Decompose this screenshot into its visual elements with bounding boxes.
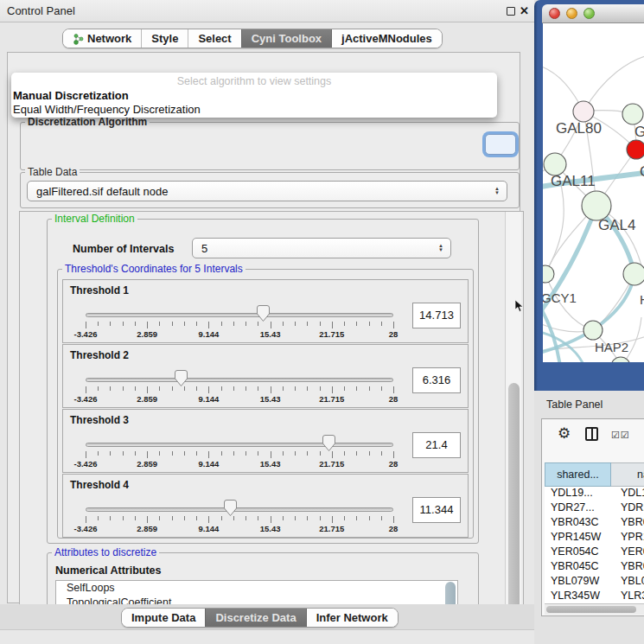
threshold-slider-thumb[interactable] <box>175 370 188 386</box>
table-row[interactable]: YDR27...YDR2 <box>545 501 644 516</box>
table-row[interactable]: YBR045CYBR0 <box>545 560 644 575</box>
tab-select[interactable]: Select <box>188 29 240 48</box>
threshold-slider-thumb[interactable] <box>257 305 270 322</box>
major-tick <box>271 451 271 458</box>
network-node-gal4[interactable] <box>582 191 611 220</box>
threshold-slider-thumb[interactable] <box>224 500 237 516</box>
algorithm-popup-item[interactable]: Manual Discretization <box>13 89 129 102</box>
network-node-gcy1[interactable] <box>543 265 554 283</box>
tick-label: 21.715 <box>319 394 344 404</box>
slider-tick-labels: -3.4262.8599.14415.4321.71528 <box>86 329 393 340</box>
table-row[interactable]: YDL19...YDL1 <box>545 487 644 501</box>
split-columns-icon[interactable] <box>585 427 598 441</box>
attributes-group-label: Attributes to discretize <box>52 547 159 558</box>
major-tick <box>271 322 271 328</box>
algorithm-popup-item[interactable]: Equal Width/Frequency Discretization <box>13 103 201 116</box>
panel-title: Control Panel <box>7 4 75 17</box>
tick-label: 28 <box>389 524 399 533</box>
tab-style[interactable]: Style <box>141 29 188 48</box>
threshold-slider-track[interactable] <box>86 378 393 382</box>
minor-tick <box>221 322 222 326</box>
tab-jactivemnodules[interactable]: jActiveMNodules <box>331 29 442 48</box>
number-of-intervals-value: 5 <box>201 242 207 255</box>
node-label-gal80: GAL80 <box>556 120 602 137</box>
major-tick <box>393 516 394 523</box>
table-data-combobox[interactable]: galFiltered.sif default node ▲▼ <box>27 181 507 201</box>
threshold-value-field[interactable]: 11.344 <box>412 497 461 523</box>
minor-tick <box>221 516 222 520</box>
mac-close-button[interactable] <box>549 8 560 19</box>
minor-tick <box>172 451 173 456</box>
network-node-hap2[interactable] <box>583 321 603 340</box>
slider-tick-labels: -3.4262.8599.14415.4321.71528 <box>86 394 393 405</box>
threshold-value-field[interactable]: 14.713 <box>412 303 461 328</box>
tick-label: -3.426 <box>74 394 98 404</box>
tab-label: Cyni Toolbox <box>252 32 322 45</box>
tab-infer-network[interactable]: Infer Network <box>306 609 398 627</box>
algorithm-popup: Select algorithm to view settings Manual… <box>11 73 497 118</box>
minor-tick <box>184 516 185 520</box>
control-panel-titlebar: Control Panel ✕ <box>0 0 534 22</box>
table-hscrollbar-thumb[interactable] <box>546 606 636 613</box>
slider-tick-labels: -3.4262.8599.14415.4321.71528 <box>86 459 393 469</box>
tab-cyni-toolbox[interactable]: Cyni Toolbox <box>241 29 331 48</box>
gear-icon[interactable]: ⚙ <box>558 424 571 443</box>
tick-label: 15.43 <box>260 394 281 404</box>
mac-zoom-button[interactable] <box>583 8 595 19</box>
minor-tick <box>245 451 246 456</box>
tick-label: 28 <box>389 394 399 404</box>
column-header-name[interactable]: na <box>611 462 644 487</box>
minor-tick <box>369 451 370 456</box>
minor-tick <box>245 322 246 326</box>
tab-network[interactable]: Network <box>63 29 141 48</box>
table-hscrollbar-track[interactable] <box>545 603 644 615</box>
threshold-value-field[interactable]: 21.4 <box>412 432 461 458</box>
algorithm-combobox[interactable] <box>485 134 516 155</box>
cell-name: YBR0 <box>611 516 644 531</box>
attribute-item[interactable]: SelfLoops <box>56 581 457 596</box>
network-canvas[interactable]: GAL80GACGAL11GAL4GCY1HHAP2 <box>543 23 644 362</box>
threshold-slider-track[interactable] <box>86 507 393 512</box>
column-header-shared-name[interactable]: shared... <box>545 462 611 487</box>
minor-tick <box>283 386 284 391</box>
minor-tick <box>245 516 246 520</box>
minor-tick <box>159 516 160 520</box>
checkbox-icons[interactable]: ☑☑ <box>611 430 630 441</box>
table-row[interactable]: YBR043CYBR0 <box>545 516 644 531</box>
settings-scrollbar-track[interactable] <box>505 212 521 644</box>
float-window-icon[interactable] <box>507 7 515 16</box>
minor-tick <box>123 322 124 326</box>
major-tick <box>271 386 271 393</box>
minor-tick <box>258 516 258 520</box>
major-tick <box>208 322 209 328</box>
major-tick <box>393 322 394 328</box>
network-node-h-node[interactable] <box>623 263 644 285</box>
mac-minimize-button[interactable] <box>566 8 577 19</box>
table-row[interactable]: YBL079WYBL0 <box>545 575 644 590</box>
threshold-slider-track[interactable] <box>86 313 393 317</box>
number-of-intervals-combobox[interactable]: 5 ▲▼ <box>192 238 451 258</box>
minor-tick <box>344 516 345 520</box>
network-node-gal80[interactable] <box>573 101 594 122</box>
tick-label: 15.43 <box>260 524 281 533</box>
threshold-slider-thumb[interactable] <box>322 435 335 451</box>
minor-tick <box>159 451 160 456</box>
minor-tick <box>369 386 370 391</box>
table-row[interactable]: YER054CYER0 <box>545 545 644 560</box>
threshold-slider-track[interactable] <box>86 443 393 447</box>
minor-tick <box>110 451 111 456</box>
table-row[interactable]: YPR145WYPR1 <box>545 531 644 545</box>
minor-tick <box>320 516 321 520</box>
tab-discretize-data[interactable]: Discretize Data <box>205 609 305 627</box>
table-row[interactable]: YLR345WYLR3 <box>545 590 644 603</box>
minor-tick <box>283 322 284 326</box>
close-icon[interactable]: ✕ <box>520 4 529 17</box>
tab-impute-data[interactable]: Impute Data <box>122 609 205 627</box>
network-node-ga-node[interactable] <box>622 104 643 124</box>
network-node-red-node[interactable] <box>627 140 644 159</box>
threshold-value-field[interactable]: 6.316 <box>412 367 461 393</box>
slider-ticks <box>86 386 393 394</box>
tick-label: -3.426 <box>74 459 98 469</box>
node-label-ga-node: GA <box>634 124 644 140</box>
minor-tick <box>172 516 173 520</box>
